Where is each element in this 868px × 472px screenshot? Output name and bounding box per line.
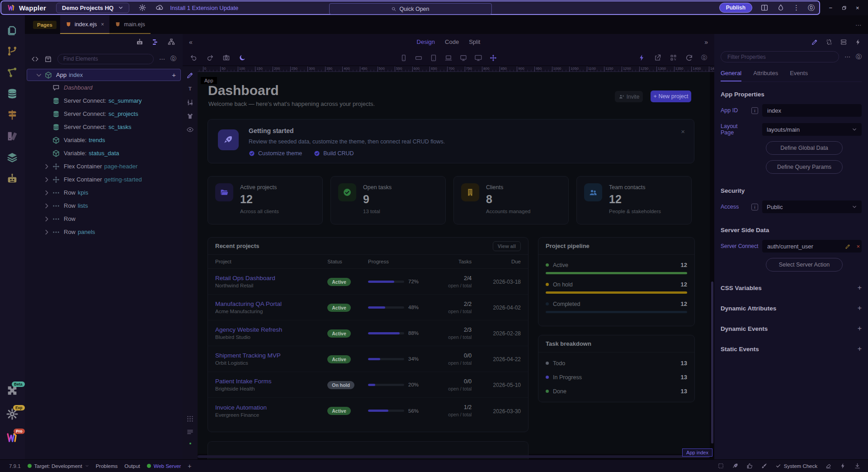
download-icon[interactable] <box>854 462 861 469</box>
rail-item-ai-assistant[interactable] <box>6 172 19 185</box>
settings-gear-icon[interactable] <box>138 4 146 12</box>
ai-robot-icon[interactable] <box>136 38 144 46</box>
rail-item-design-system[interactable] <box>6 130 19 143</box>
phone-landscape-device-icon[interactable] <box>415 54 423 62</box>
monitor-device-icon[interactable] <box>459 54 467 62</box>
section-dynamic-attributes[interactable]: Dynamic Attributes+ <box>721 304 862 312</box>
canvas-help-icon[interactable]: ⓪ <box>701 54 707 62</box>
chevron-right-icon[interactable] <box>43 215 50 223</box>
tool-grid-icon[interactable] <box>186 415 194 423</box>
element-breadcrumb-badge[interactable]: App index <box>682 448 712 457</box>
chevron-right-icon[interactable] <box>43 229 50 236</box>
open-external-icon[interactable] <box>654 54 661 62</box>
unlink-icon[interactable] <box>826 38 833 46</box>
edit-action-pencil-icon[interactable] <box>845 243 851 249</box>
rocket-icon[interactable] <box>732 462 739 469</box>
view-tab-design[interactable]: Design <box>417 38 435 45</box>
selection-square-icon[interactable] <box>717 462 724 469</box>
view-tab-split[interactable]: Split <box>469 38 480 45</box>
table-row-shipment-tracking-mvp[interactable]: Shipment Tracking MVPOrbit LogisticsActi… <box>208 346 528 372</box>
water-drop-icon[interactable] <box>777 4 785 12</box>
tab-main.ejs[interactable]: main.ejs <box>109 15 151 34</box>
publish-button[interactable]: Publish <box>719 3 752 13</box>
tree-item-server-connect-sc-tasks[interactable]: Server Connect:sc_tasks <box>27 120 181 133</box>
bolt-icon[interactable] <box>840 462 846 469</box>
phone-device-icon[interactable] <box>400 54 408 62</box>
app-id-input[interactable] <box>762 104 862 117</box>
define-query-params-button[interactable]: Define Query Params <box>766 160 843 174</box>
project-link[interactable]: Shipment Tracking MVP <box>215 352 327 359</box>
components-package-icon[interactable] <box>44 55 52 63</box>
rail-item-pages[interactable] <box>6 24 19 36</box>
properties-tab-events[interactable]: Events <box>790 70 808 81</box>
extension-cloud-icon[interactable] <box>156 4 164 12</box>
rail-item-routes[interactable] <box>6 109 19 121</box>
tool-rows-icon[interactable] <box>186 428 194 436</box>
undo-icon[interactable] <box>190 54 198 62</box>
add-element-icon[interactable]: + <box>172 71 176 79</box>
eraser-icon[interactable] <box>825 462 832 469</box>
system-check-button[interactable]: System Check <box>775 463 817 469</box>
web-server-button[interactable]: Web Server <box>147 463 181 469</box>
brush-icon[interactable] <box>761 462 768 469</box>
table-row-retail-ops-dashboard[interactable]: Retail Ops DashboardNorthwind RetailActi… <box>208 269 528 295</box>
section-static-events[interactable]: Static Events+ <box>721 345 862 353</box>
collapse-right-icon[interactable]: » <box>704 38 708 46</box>
section-css-variables[interactable]: CSS Variables+ <box>721 284 862 292</box>
chevron-right-icon[interactable] <box>43 189 50 196</box>
select-server-action-button[interactable]: Select Server Action <box>766 258 843 272</box>
new-project-button[interactable]: + New project <box>651 91 691 102</box>
hierarchy-view-icon[interactable] <box>167 38 175 46</box>
section-dynamic-events[interactable]: Dynamic Events+ <box>721 324 862 333</box>
qr-code-icon[interactable] <box>670 54 677 62</box>
redo-icon[interactable] <box>206 54 214 62</box>
table-row-manufacturing-qa-portal[interactable]: Manufacturing QA PortalAcme Manufacturin… <box>208 295 528 320</box>
invite-button[interactable]: Invite <box>615 91 643 102</box>
filter-properties-input[interactable] <box>721 51 839 62</box>
properties-help-icon[interactable]: ⓪ <box>856 53 862 61</box>
expand-section-icon[interactable]: + <box>858 304 862 312</box>
chevron-right-icon[interactable] <box>43 176 50 183</box>
find-elements-input[interactable] <box>57 54 154 64</box>
tree-item-row-kpis[interactable]: Rowkpis <box>27 186 181 199</box>
expand-section-icon[interactable]: + <box>858 284 862 292</box>
thumbs-up-icon[interactable] <box>746 462 753 469</box>
table-row-invoice-automation[interactable]: Invoice AutomationEvergreen FinanceActiv… <box>208 398 528 424</box>
tree-item-dashboard[interactable]: Dashboard <box>27 81 181 94</box>
extension-update-link[interactable]: Install 1 Extension Update <box>170 5 238 11</box>
access-select[interactable]: Public <box>762 200 862 213</box>
properties-more-icon[interactable]: ⋯ <box>844 53 850 60</box>
screenshot-camera-icon[interactable] <box>222 54 230 62</box>
structure-more-icon[interactable]: ⋯ <box>159 56 165 62</box>
canvas-horizontal-scrollbar[interactable] <box>198 455 710 458</box>
structure-help-icon[interactable]: ⓪ <box>170 55 176 63</box>
project-link[interactable]: Agency Website Refresh <box>215 326 327 333</box>
target-selector[interactable]: Target: Development <box>28 463 89 469</box>
rail-item-beta-features[interactable]: Beta <box>6 384 19 397</box>
properties-tab-general[interactable]: General <box>721 70 741 81</box>
view-all-button[interactable]: View all <box>493 241 521 251</box>
add-panel-icon[interactable]: + <box>188 462 191 470</box>
tree-item-server-connect-sc-projects[interactable]: Server Connect:sc_projects <box>27 107 181 120</box>
restore-button[interactable] <box>841 5 847 11</box>
quick-open-button[interactable]: Quick Open <box>329 3 492 14</box>
tree-item-row-panels[interactable]: Rowpanels <box>27 225 181 238</box>
rail-item-pro-features[interactable]: Pro <box>6 431 19 444</box>
expand-section-icon[interactable]: + <box>858 324 862 333</box>
view-tab-code[interactable]: Code <box>445 38 459 45</box>
project-link[interactable]: Invoice Automation <box>215 404 327 411</box>
layout-page-select[interactable]: layouts/main <box>762 123 862 136</box>
tree-item-app-index[interactable]: Appindex+ <box>27 69 181 81</box>
minimize-button[interactable]: − <box>828 5 834 11</box>
tool-shirt-icon[interactable] <box>186 112 194 120</box>
tree-item-row-lists[interactable]: Rowlists <box>27 199 181 212</box>
tool-eye-icon[interactable] <box>186 126 194 133</box>
tree-item-server-connect-sc-summary[interactable]: Server Connect:sc_summary <box>27 94 181 107</box>
tab-close-icon[interactable]: × <box>101 21 104 28</box>
more-menu-icon[interactable]: ⋮ <box>793 4 800 12</box>
events-bolt-icon[interactable] <box>854 38 862 46</box>
table-row-agency-website-refresh[interactable]: Agency Website RefreshBluebird StudioAct… <box>208 320 528 346</box>
structure-list-view-icon[interactable] <box>151 38 160 46</box>
collapse-left-icon[interactable]: « <box>189 38 193 46</box>
refresh-icon[interactable] <box>685 54 693 62</box>
